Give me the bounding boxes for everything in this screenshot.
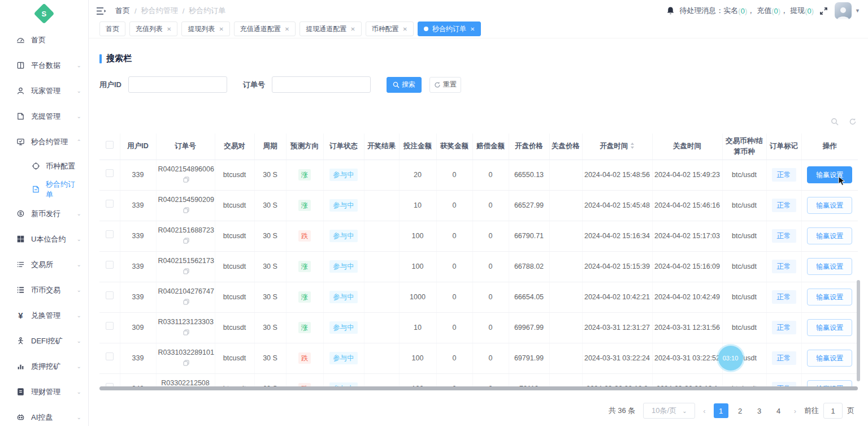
sidebar-item-defi-mining[interactable]: DEFI挖矿⌄ [0,328,88,354]
cell-open-time: 2024-04-02 15:48:56 [582,160,652,190]
tab-秒合约订单[interactable]: 秒合约订单✕ [418,21,481,36]
coin-pair: btc/usdt [732,263,757,270]
copy-icon[interactable] [183,267,189,278]
user-id-input[interactable] [128,76,227,93]
sidebar-item-ai-control[interactable]: AI控盘⌄ [0,405,88,426]
order-file-icon [32,185,40,193]
notice-prefix: 待处理消息： [679,6,723,16]
copy-icon[interactable] [183,328,189,339]
page-number-1[interactable]: 1 [714,403,728,418]
cell-direction: 跌 [286,221,323,251]
sidebar-item-coin-coin-trade[interactable]: 币币交易⌄ [0,277,88,303]
cell-open-time: 2024-03-31 12:31:27 [582,312,652,343]
sidebar-item-label: 平台数据 [31,61,77,71]
copy-icon[interactable] [183,206,189,217]
col-header-close_time: 关盘时间 [652,134,722,160]
sort-icon[interactable] [628,142,634,150]
chevron-down-icon: ⌄ [682,408,687,414]
order-no-input[interactable] [272,76,371,93]
copy-icon[interactable] [183,298,189,308]
order-no: R0402154896006 [158,165,214,173]
horizontal-scrollbar[interactable] [99,386,858,390]
tab-首页[interactable]: 首页 [99,21,125,36]
status-badge: 参与中 [329,382,358,386]
win-lose-settings-button[interactable]: 输赢设置 [807,350,852,367]
tab-close-icon[interactable]: ✕ [167,26,171,32]
win-lose-settings-button[interactable]: 输赢设置 [807,380,852,386]
app-logo[interactable]: S [0,0,88,27]
data-book-icon [16,61,25,70]
avatar[interactable] [835,2,852,19]
avatar-caret-icon[interactable]: ▼ [855,8,860,14]
tab-close-icon[interactable]: ✕ [350,26,355,32]
tab-充值通道配置[interactable]: 充值通道配置✕ [234,21,296,36]
sidebar-item-second-contract-mgmt[interactable]: 秒合约管理⌃ [0,129,88,154]
page-number-2[interactable]: 2 [733,403,748,418]
select-all-checkbox[interactable] [106,141,114,149]
win-lose-settings-button[interactable]: 输赢设置 [807,227,852,244]
tab-close-icon[interactable]: ✕ [285,26,289,32]
row-checkbox[interactable] [106,200,114,208]
pending-messages[interactable]: 待处理消息：实名( 0 )，充值( 0 )，提现( 0 ) [666,6,814,16]
table-refresh-icon[interactable] [849,118,857,126]
sidebar-item-platform-data[interactable]: 平台数据⌄ [0,53,88,78]
sidebar-item-deposit-withdraw-mgmt[interactable]: 充提管理⌄ [0,104,88,129]
row-checkbox[interactable] [106,261,114,269]
sidebar-item-stake-mining[interactable]: 质押挖矿⌄ [0,354,88,379]
sidebar-item-exchange[interactable]: 交易所⌄ [0,252,88,277]
cell-user-id: 339 [120,221,156,251]
cell-result [364,160,399,190]
win-lose-settings-button[interactable]: 输赢设置 [807,197,852,214]
row-checkbox[interactable] [106,169,114,177]
next-page-arrow[interactable]: › [791,407,800,415]
tab-提现列表[interactable]: 提现列表✕ [181,21,229,36]
copy-icon[interactable] [183,236,189,247]
row-checkbox[interactable] [106,352,114,360]
page-number-4[interactable]: 4 [771,403,786,418]
sidebar-item-u-margin-contract[interactable]: U本位合约⌄ [0,226,88,252]
coin-pair: btc/usdt [732,293,757,301]
sidebar-subitem-coin-config[interactable]: 币种配置 [0,154,88,178]
win-lose-settings-button[interactable]: 输赢设置 [807,258,852,275]
col-header-open_time[interactable]: 开盘时间 [582,134,652,160]
sidebar-item-player-mgmt[interactable]: 玩家管理⌄ [0,78,88,104]
tab-close-icon[interactable]: ✕ [403,26,407,32]
tab-充值列表[interactable]: 充值列表✕ [129,21,177,36]
page-number-3[interactable]: 3 [752,403,767,418]
cell-close-time: 2024-04-02 10:42:49 [652,282,722,312]
reset-button[interactable]: 重置 [429,77,461,93]
fullscreen-icon[interactable] [819,7,828,15]
cell-period: 30 S [254,343,286,373]
tab-close-icon[interactable]: ✕ [470,26,475,32]
tab-label: 充值列表 [136,24,163,34]
breadcrumb-item[interactable]: 首页 [115,6,130,16]
menu-fold-icon[interactable] [97,7,106,15]
win-lose-settings-button[interactable]: 输赢设置 [807,166,852,183]
row-checkbox[interactable] [106,322,114,330]
copy-icon[interactable] [183,175,189,186]
sidebar-item-swap-mgmt[interactable]: ¥兑换管理⌄ [0,303,88,328]
notice-count: 0 [741,7,745,15]
win-lose-settings-button[interactable]: 输赢设置 [807,289,852,305]
prev-page-arrow[interactable]: ‹ [700,407,709,415]
vertical-scrollbar[interactable] [857,280,860,381]
cell-period: 30 S [254,282,286,312]
page-size-select[interactable]: 10条/页⌄ [643,403,695,419]
cell-open-price: 66788.02 [509,251,549,282]
cell-order-no: R0402104276747 [156,282,215,312]
win-lose-settings-button[interactable]: 输赢设置 [807,319,852,336]
row-checkbox[interactable] [106,383,114,386]
row-checkbox[interactable] [106,291,114,299]
sidebar-item-home[interactable]: 首页 [0,27,88,53]
goto-page-input[interactable] [823,403,843,419]
tab-提现通道配置[interactable]: 提现通道配置✕ [300,21,361,36]
table-search-icon[interactable] [831,118,839,126]
copy-icon[interactable] [183,359,189,369]
tab-close-icon[interactable]: ✕ [219,26,223,32]
sidebar-item-new-coin-issue[interactable]: 新币发行⌄ [0,201,88,226]
sidebar-item-finance-mgmt[interactable]: 理财管理⌄ [0,379,88,405]
tab-币种配置[interactable]: 币种配置✕ [366,21,414,36]
sidebar-subitem-second-contract-orders[interactable]: 秒合约订单 [0,178,88,201]
row-checkbox[interactable] [106,230,114,238]
search-button[interactable]: 搜索 [387,77,422,93]
